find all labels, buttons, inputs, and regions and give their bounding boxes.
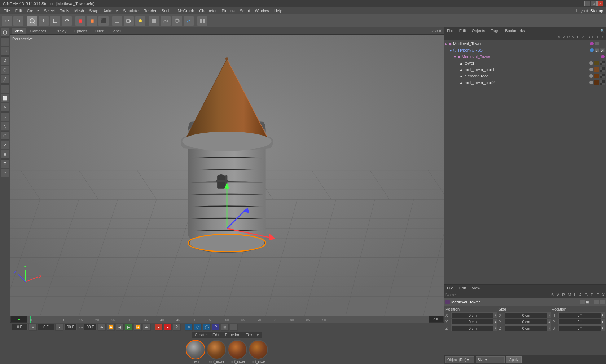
redo-button[interactable]: ↪ [13,16,24,26]
apply-button[interactable]: Apply [506,356,522,363]
mode-dropdown[interactable]: Object (Rel) ▾ [445,356,474,363]
om-row-roof-tower-part2[interactable]: ▲ roof_tower_part2 [444,79,606,86]
lt-uv[interactable]: ⬜ [1,94,9,102]
frame-step-up[interactable]: ▴ [55,324,63,331]
keyframe-sel[interactable]: ◯ [203,324,211,331]
lt-rotate[interactable]: ↺ [1,56,9,65]
vp-tab-view[interactable]: View [12,28,26,34]
pos-y-field[interactable]: 0 cm ⬍ [451,319,497,325]
material-roof1[interactable]: roof_tower [207,340,226,364]
mat-tab-edit[interactable]: Edit [211,332,221,338]
viewport[interactable]: Perspective [10,35,444,316]
attr-more[interactable]: … [600,300,605,304]
vp-icon-2[interactable]: ⊕ [435,28,438,33]
minimize-button[interactable]: ─ [584,1,590,6]
step-forward[interactable]: ⏩ [134,324,142,331]
help-btn[interactable]: ? [173,324,181,331]
material-tower[interactable]: tower [186,340,205,364]
om-row-element-roof[interactable]: ▲ element_roof [444,73,606,79]
motion-record[interactable]: ⊞ [221,324,229,331]
lt-scale[interactable]: ⬚ [1,47,9,56]
menu-mesh[interactable]: Mesh [72,8,86,14]
menu-snap[interactable]: Snap [87,8,101,14]
lt-bend[interactable]: ↗ [1,141,9,149]
record-active[interactable]: ● [164,324,172,331]
rotate-button[interactable] [61,16,72,26]
menu-help[interactable]: Help [272,8,285,14]
autokey[interactable]: P [212,324,220,331]
menu-file[interactable]: File [1,8,12,14]
menu-animate[interactable]: Animate [101,8,120,14]
lt-smooth[interactable]: ⊙ [1,169,9,177]
vp-tab-display[interactable]: Display [50,28,69,34]
render-output[interactable]: ⬛ [98,16,109,26]
timeline-toggle[interactable]: ☰ [230,324,238,331]
attr-menu-file[interactable]: File [445,285,455,290]
play-back[interactable]: ◀ [116,324,124,331]
attr-check-v[interactable] [594,300,599,304]
om-row-medieval-tower-nested[interactable]: ▾ ◆ Medieval_Tower [444,53,606,60]
size-y-field[interactable]: 0 cm ⬍ [505,319,551,325]
spline-btn[interactable] [160,16,171,26]
max-frame-display[interactable]: 90 F [64,324,77,330]
live-select-button[interactable] [27,16,38,26]
end-frame-display[interactable]: 90 F [84,324,97,330]
attr-menu-view[interactable]: View [470,285,482,290]
scale-button[interactable] [50,16,61,26]
move-button[interactable]: ✛ [38,16,49,26]
array-btn[interactable] [197,16,208,26]
menu-sculpt[interactable]: Sculpt [159,8,175,14]
menu-render[interactable]: Render [141,8,159,14]
go-to-end[interactable]: ⏭ [143,324,151,331]
size-y-spin[interactable]: ⬍ [548,319,551,325]
rot-p-field[interactable]: 0 ° ⬍ [558,319,605,325]
rot-h-field[interactable]: 0 ° ⬍ [558,312,605,318]
lt-polygon[interactable]: ⬡ [1,66,9,74]
vp-tab-options[interactable]: Options [71,28,90,34]
nurbs-btn[interactable] [172,16,183,26]
pos-y-spin[interactable]: ⬍ [494,319,497,325]
lt-select[interactable] [1,28,9,37]
rot-b-field[interactable]: 0 ° ⬍ [558,325,605,331]
vp-icon-1[interactable]: ⊙ [430,28,434,33]
om-check2[interactable]: ✓ [595,48,599,52]
om-row-medieval-tower-root[interactable]: ▸ ◆ Medieval_Tower [444,40,606,47]
menu-script[interactable]: Script [238,8,252,14]
material-roof3[interactable]: roof_tower [249,340,268,364]
size-z-field[interactable]: 0 cm ⬍ [505,325,551,331]
rot-p-spin[interactable]: ⬍ [601,319,605,325]
pos-x-spin[interactable]: ⬍ [494,312,497,318]
menu-edit[interactable]: Edit [13,8,24,14]
size-dropdown[interactable]: Size ▾ [476,356,505,363]
menu-simulate[interactable]: Simulate [121,8,141,14]
play-forward[interactable]: ▶ [125,324,133,331]
mat-tab-texture[interactable]: Texture [245,332,260,338]
lt-knife[interactable]: ╲ [1,122,9,130]
lt-melt[interactable]: ☷ [1,159,9,168]
om-menu-bookmarks[interactable]: Bookmarks [504,28,526,33]
current-frame-display[interactable]: 0 F [12,324,28,330]
menu-create[interactable]: Create [25,8,41,14]
add-keyframe[interactable]: ⊕ [185,324,193,331]
size-x-spin[interactable]: ⬍ [548,312,551,318]
keyframe-mode[interactable]: ⬡ [194,324,202,331]
render-view[interactable]: ◼ [87,16,97,26]
lt-edge[interactable]: ╱ [1,75,9,84]
vp-icon-3[interactable]: ⊞ [439,28,442,33]
rot-b-spin[interactable]: ⬍ [601,325,605,331]
size-x-field[interactable]: 0 cm ⬍ [505,312,551,318]
record-btn[interactable]: ● [155,324,163,331]
rot-h-spin[interactable]: ⬍ [601,312,605,318]
floor-btn[interactable] [112,16,123,26]
mat-tab-function[interactable]: Function [224,332,242,338]
maximize-button[interactable]: □ [591,1,597,6]
frame-input-field[interactable]: 0 F [38,324,54,330]
om-menu-file[interactable]: File [445,28,455,33]
attr-check-s[interactable]: · [580,300,585,304]
om-menu-edit[interactable]: Edit [458,28,467,33]
undo-button[interactable]: ↩ [1,16,12,26]
menu-mograph[interactable]: MoGraph [175,8,196,14]
lt-bridge[interactable]: ⬡ [1,131,9,140]
close-button[interactable]: ✕ [597,1,603,6]
material-roof2[interactable]: roof_tower [228,340,247,364]
